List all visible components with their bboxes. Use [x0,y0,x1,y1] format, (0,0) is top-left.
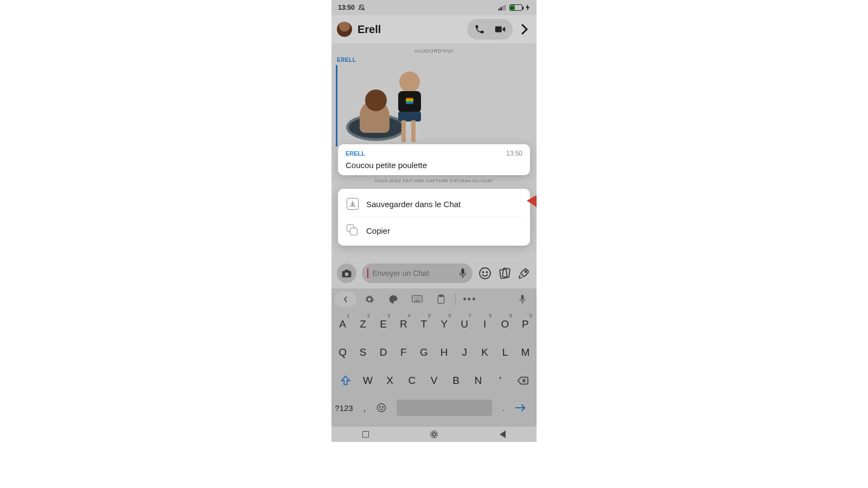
key-V[interactable]: V [424,369,445,393]
rocket-icon [518,267,531,280]
gear-icon [365,294,374,304]
key-P[interactable]: P0 [516,312,535,336]
key-S[interactable]: S [353,341,372,364]
shift-key[interactable] [335,369,356,393]
svg-point-18 [380,407,381,408]
key-W[interactable]: W [358,369,379,393]
kb-row-2: QSDFGHJKLM [331,338,537,367]
chevron-left-icon [342,296,349,303]
copy-icon [347,224,359,236]
key-K[interactable]: K [475,341,494,364]
sticker-message[interactable] [336,65,533,146]
svg-point-8 [483,272,484,273]
emoji-key[interactable] [376,402,394,413]
contact-name[interactable]: Erell [358,23,462,36]
camera-icon [341,268,352,278]
kb-settings-button[interactable] [359,291,380,307]
recents-button[interactable] [362,431,369,438]
key-M[interactable]: M [516,341,535,364]
key-N[interactable]: N [468,369,489,393]
smiley-icon [376,402,387,413]
key-R[interactable]: R4 [394,312,413,336]
enter-icon [515,403,527,412]
comma-key[interactable]: , [355,403,374,413]
clock: 13:50 [338,4,355,11]
emoji-button[interactable] [478,266,492,280]
key-apostrophe[interactable]: ' [490,369,511,393]
signal-icon [499,4,506,11]
period-key[interactable]: . [494,403,513,413]
key-I[interactable]: I8 [475,312,494,336]
svg-rect-6 [461,268,464,274]
symbols-key[interactable]: ?123 [335,403,353,413]
screenshot-notice: VOUS AVEZ FAIT UNE CAPTURE D'ÉCRAN DU CH… [335,178,533,183]
key-E[interactable]: E3 [374,312,393,336]
key-C[interactable]: C [401,369,423,393]
video-call-button[interactable] [490,21,510,37]
svg-rect-1 [501,7,502,10]
keyboard: ••• A1Z2E3R4T5Y6U7I8O9P0 QSDFGHJKLM WXCV… [331,288,537,427]
key-A[interactable]: A1 [333,312,352,336]
chat-header: Erell [331,15,537,43]
battery-icon: 40 [509,4,522,11]
message-input[interactable]: Envoyer un Chat [362,264,473,283]
key-B[interactable]: B [445,369,467,393]
kb-keyboard-button[interactable] [406,291,428,307]
enter-key[interactable] [515,403,533,412]
svg-rect-0 [499,9,500,11]
spacebar-key[interactable] [397,400,492,416]
details-button[interactable] [518,24,531,35]
key-D[interactable]: D [374,341,393,364]
phone-icon [474,24,485,35]
text-cursor [367,268,368,278]
avatar[interactable] [337,22,352,37]
status-bar: 13:50 40 [331,0,537,15]
chat-body[interactable]: AUJOURD'HUI ERELL ERELL 13:50 Coucou pet… [331,43,537,246]
rocket-button[interactable] [517,266,531,280]
key-G[interactable]: G [414,341,433,364]
svg-rect-3 [505,5,506,11]
key-O[interactable]: O9 [495,312,514,336]
gallery-button[interactable] [497,266,512,280]
kb-clipboard-button[interactable] [430,291,452,307]
svg-rect-2 [502,6,504,11]
camera-button[interactable] [337,264,356,283]
call-buttons [467,19,513,40]
sender-label: ERELL [337,57,533,63]
clipboard-icon [437,294,445,304]
svg-point-9 [487,272,488,273]
key-Z[interactable]: Z2 [353,312,372,336]
key-H[interactable]: H [435,341,454,364]
copy-option[interactable]: Copier [338,217,530,243]
date-separator: AUJOURD'HUI [335,48,533,54]
save-icon [347,198,359,210]
kb-voice-button[interactable] [512,291,533,307]
backspace-key[interactable] [512,369,533,393]
key-X[interactable]: X [379,369,400,393]
charging-icon [526,4,530,11]
kb-collapse-button[interactable] [335,291,356,307]
key-Q[interactable]: Q [333,341,352,364]
dnd-icon [358,4,365,11]
phone-screen: 13:50 40 Erell AUJOURD'HUI ERELL [331,0,537,442]
save-in-chat-option[interactable]: Sauvegarder dans le Chat [338,191,530,217]
key-Y[interactable]: Y6 [435,312,454,336]
svg-rect-13 [412,296,422,302]
mic-icon[interactable] [458,268,467,279]
kb-more-button[interactable]: ••• [459,291,481,307]
key-U[interactable]: U7 [455,312,474,336]
key-J[interactable]: J [455,341,474,364]
home-button[interactable] [430,431,438,438]
save-label: Sauvegarder dans le Chat [366,200,461,209]
kb-theme-button[interactable] [382,291,404,307]
voice-call-button[interactable] [469,21,490,37]
key-F[interactable]: F [394,341,413,364]
key-T[interactable]: T5 [414,312,433,336]
chevron-right-icon [521,24,528,35]
smiley-icon [478,267,492,280]
key-L[interactable]: L [495,341,514,364]
selected-message[interactable]: ERELL 13:50 Coucou petite poulette [338,144,530,175]
palette-icon [388,294,398,304]
ellipsis-icon: ••• [463,294,477,305]
back-button[interactable] [500,431,506,438]
